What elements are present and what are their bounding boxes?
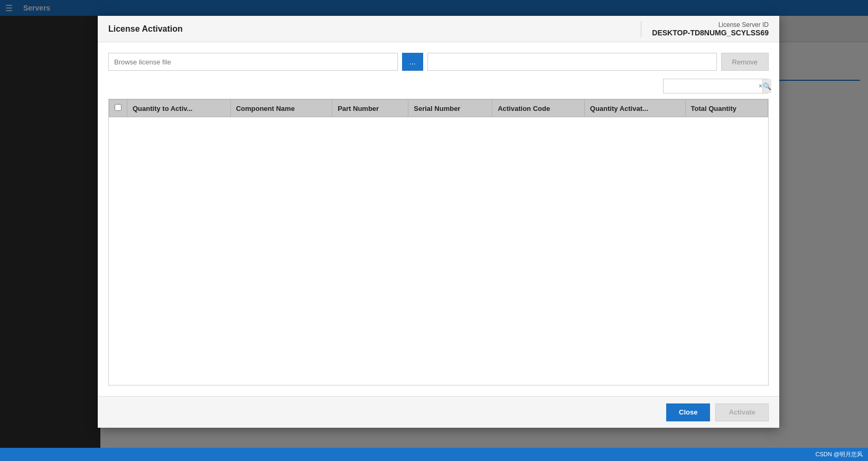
empty-row <box>109 117 768 328</box>
close-button[interactable]: Close <box>666 403 710 421</box>
bottom-bar: CSDN @明月悲风 <box>0 448 868 461</box>
search-icon-button[interactable]: 🔍 <box>762 79 771 93</box>
dialog-footer: Close Activate <box>98 396 779 428</box>
browse-row: ... Remove <box>108 53 769 71</box>
browse-license-input[interactable] <box>108 53 398 71</box>
dialog-title: License Activation <box>108 24 183 34</box>
col-header-total-quantity: Total Quantity <box>685 100 768 117</box>
col-header-component-name: Component Name <box>230 100 332 117</box>
license-key-input[interactable] <box>427 53 717 71</box>
license-server-id-value: DESKTOP-TD8NUMG_SCYLSS69 <box>652 29 769 37</box>
license-server-id-label: License Server ID <box>718 21 769 29</box>
remove-button[interactable]: Remove <box>721 53 769 71</box>
license-server-id-box: License Server ID DESKTOP-TD8NUMG_SCYLSS… <box>641 21 769 37</box>
activate-button: Activate <box>715 403 769 421</box>
dialog-body: ... Remove × 🔍 <box>98 42 779 396</box>
browse-button[interactable]: ... <box>402 53 423 71</box>
dialog-header: License Activation License Server ID DES… <box>98 16 779 42</box>
table-container[interactable]: Quantity to Activ... Component Name Part… <box>108 99 769 385</box>
license-table: Quantity to Activ... Component Name Part… <box>109 99 768 328</box>
col-header-activation-code: Activation Code <box>492 100 585 117</box>
col-header-serial-number: Serial Number <box>408 100 492 117</box>
search-icon: 🔍 <box>763 82 771 90</box>
search-input[interactable] <box>664 79 759 93</box>
col-header-quantity-to-activ: Quantity to Activ... <box>127 100 231 117</box>
search-row: × 🔍 <box>108 79 769 93</box>
search-clear-button[interactable]: × <box>759 80 762 92</box>
col-header-part-number: Part Number <box>332 100 408 117</box>
bottom-bar-text: CSDN @明月悲风 <box>816 450 863 458</box>
license-activation-dialog: License Activation License Server ID DES… <box>98 16 779 428</box>
col-header-checkbox <box>109 100 127 117</box>
table-body <box>109 117 768 328</box>
select-all-checkbox[interactable] <box>115 104 122 111</box>
col-header-quantity-activat: Quantity Activat... <box>584 100 685 117</box>
search-box: × 🔍 <box>663 79 769 93</box>
